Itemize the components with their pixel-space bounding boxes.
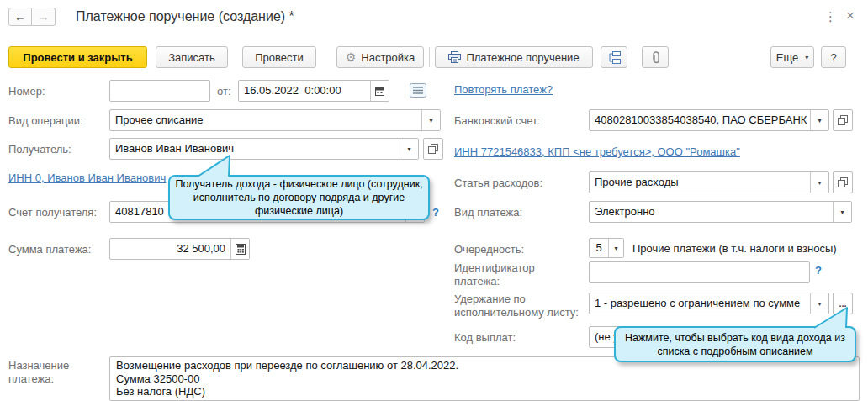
payee-tooltip-arrow bbox=[189, 153, 240, 178]
payment-id-help[interactable]: ? bbox=[815, 264, 822, 277]
bank-account-dropdown-button[interactable]: ▾ bbox=[810, 110, 828, 130]
number-label: Номер: bbox=[8, 85, 45, 98]
priority-value: 5 bbox=[590, 239, 608, 257]
operation-type-combobox[interactable]: Прочее списание ▾ bbox=[109, 109, 441, 131]
payment-id-label: Идентификатор платежа: bbox=[454, 261, 548, 288]
payee-label: Получатель: bbox=[8, 143, 71, 156]
payment-kind-dropdown-button[interactable]: ▾ bbox=[833, 202, 851, 222]
payment-kind-combobox[interactable]: Электронно ▾ bbox=[589, 201, 852, 223]
amount-input[interactable]: 32 500,00 bbox=[109, 238, 250, 260]
expense-item-combobox[interactable]: Прочие расходы ▾ bbox=[589, 171, 829, 193]
print-payment-order-button[interactable]: Платежное поручение bbox=[435, 46, 593, 68]
priority-combobox[interactable]: 5 ▾ bbox=[589, 238, 624, 258]
open-link-icon bbox=[838, 177, 848, 187]
more-label: Еще bbox=[776, 51, 798, 64]
chevron-down-icon: ▾ bbox=[818, 179, 821, 187]
withholding-combobox[interactable]: 1 - разрешено с ограничением по сумме ▾ bbox=[589, 293, 829, 314]
open-link-icon bbox=[428, 144, 438, 154]
back-button[interactable]: ← bbox=[8, 8, 32, 26]
chevron-down-icon: ▾ bbox=[614, 245, 617, 252]
payment-kind-label: Вид платежа: bbox=[454, 206, 522, 219]
gear-icon: ⚙ bbox=[346, 50, 357, 64]
list-icon bbox=[409, 82, 427, 98]
forward-button[interactable]: → bbox=[32, 8, 56, 26]
back-arrow-icon: ← bbox=[14, 10, 26, 24]
amount-value: 32 500,00 bbox=[110, 239, 230, 259]
paperclip-icon bbox=[650, 51, 661, 64]
operation-type-value: Прочее списание bbox=[110, 110, 421, 130]
number-input[interactable] bbox=[109, 80, 210, 102]
priority-dropdown-button[interactable]: ▾ bbox=[608, 239, 623, 257]
purpose-textarea[interactable]: Возмещение расходов при переезде по согл… bbox=[109, 356, 860, 401]
payment-id-value bbox=[590, 262, 809, 282]
payout-code-tooltip-arrow bbox=[806, 304, 855, 330]
priority-label: Очередность: bbox=[454, 243, 524, 256]
kebab-menu-icon: ⋮ bbox=[824, 9, 837, 24]
printer-icon bbox=[448, 51, 461, 63]
withholding-label: Удержание по исполнительному листу: bbox=[454, 293, 585, 319]
chevron-down-icon: ▾ bbox=[429, 117, 432, 124]
number-value bbox=[110, 81, 209, 101]
write-button[interactable]: Записать bbox=[156, 46, 228, 68]
settings-label: Настройка bbox=[361, 51, 415, 64]
date-input[interactable]: 16.05.2022 0:00:00 bbox=[238, 80, 389, 102]
post-and-close-label: Провести и закрыть bbox=[23, 51, 132, 64]
payee-value: Иванов Иван Иванович bbox=[110, 139, 400, 159]
chevron-down-icon: ▾ bbox=[818, 117, 821, 124]
expense-item-dropdown-button[interactable]: ▾ bbox=[810, 172, 828, 193]
bank-account-combobox[interactable]: 40802810033854038540, ПАО СБЕРБАНК ▾ bbox=[589, 109, 829, 131]
help-button-label: ? bbox=[830, 51, 836, 64]
calendar-icon bbox=[374, 86, 385, 97]
payee-account-help[interactable]: ? bbox=[432, 206, 439, 219]
operation-type-dropdown-button[interactable]: ▾ bbox=[421, 110, 440, 130]
attachments-button[interactable] bbox=[642, 46, 669, 68]
payee-account-label: Счет получателя: bbox=[8, 206, 97, 219]
withholding-value: 1 - разрешено с ограничением по сумме bbox=[590, 293, 810, 314]
calculator-icon bbox=[236, 244, 246, 255]
close-icon: × bbox=[846, 8, 855, 24]
payee-dropdown-button[interactable]: ▾ bbox=[400, 139, 418, 159]
bank-account-open-button[interactable] bbox=[833, 109, 853, 131]
amount-label: Сумма платежа: bbox=[8, 243, 91, 256]
expense-item-value: Прочие расходы bbox=[590, 172, 810, 193]
chevron-down-icon: ▾ bbox=[407, 145, 410, 153]
toolbar-separator bbox=[429, 47, 430, 67]
payout-code-tooltip: Нажмите, чтобы выбрать код вида дохода и… bbox=[614, 326, 856, 362]
priority-description: Прочие платежи (в т.ч. налоги и взносы) bbox=[632, 242, 837, 255]
write-label: Записать bbox=[168, 51, 215, 64]
help-button[interactable]: ? bbox=[821, 46, 846, 68]
structure-button[interactable] bbox=[601, 46, 627, 68]
payment-order-window: ← → Платежное поручение (создание) * ⋮ ×… bbox=[0, 0, 868, 401]
post-and-close-button[interactable]: Провести и закрыть bbox=[8, 46, 147, 68]
expense-item-open-button[interactable] bbox=[833, 171, 853, 193]
bank-account-value: 40802810033854038540, ПАО СБЕРБАНК bbox=[590, 110, 810, 130]
post-label: Провести bbox=[255, 51, 304, 64]
select-from-list-button[interactable] bbox=[409, 82, 427, 101]
payee-combobox[interactable]: Иванов Иван Иванович ▾ bbox=[109, 138, 419, 160]
purpose-label: Назначение платежа: bbox=[8, 359, 86, 386]
close-button[interactable]: × bbox=[846, 8, 855, 23]
more-button[interactable]: Еще ▾ bbox=[770, 46, 814, 68]
window-menu-button[interactable]: ⋮ bbox=[824, 9, 837, 24]
print-payment-order-label: Платежное поручение bbox=[466, 51, 579, 64]
payee-tooltip: Получатель дохода - физическое лицо (сот… bbox=[168, 175, 430, 220]
nav-history-group: ← → bbox=[8, 8, 56, 26]
repeat-payment-link[interactable]: Повторять платеж? bbox=[454, 83, 553, 96]
calendar-button[interactable] bbox=[370, 81, 389, 101]
org-inn-link[interactable]: ИНН 7721546833, КПП <не требуется>, ООО … bbox=[454, 145, 740, 158]
expense-item-label: Статья расходов: bbox=[454, 177, 542, 190]
payment-kind-value: Электронно bbox=[590, 202, 833, 222]
settings-button[interactable]: ⚙ Настройка bbox=[336, 46, 424, 68]
calculator-button[interactable] bbox=[230, 239, 249, 259]
forward-arrow-icon: → bbox=[38, 10, 50, 24]
payee-open-button[interactable] bbox=[423, 138, 443, 160]
open-link-icon bbox=[838, 115, 848, 125]
bank-account-label: Банковский счет: bbox=[454, 114, 541, 128]
chevron-down-icon: ▾ bbox=[840, 208, 844, 216]
payment-id-input[interactable] bbox=[589, 261, 810, 283]
structure-icon bbox=[607, 51, 622, 64]
date-from-label: от: bbox=[217, 85, 231, 98]
chevron-down-icon: ▾ bbox=[805, 54, 808, 61]
post-button[interactable]: Провести bbox=[242, 46, 316, 68]
payee-inn-link[interactable]: ИНН 0, Иванов Иван Иванович bbox=[8, 171, 166, 184]
